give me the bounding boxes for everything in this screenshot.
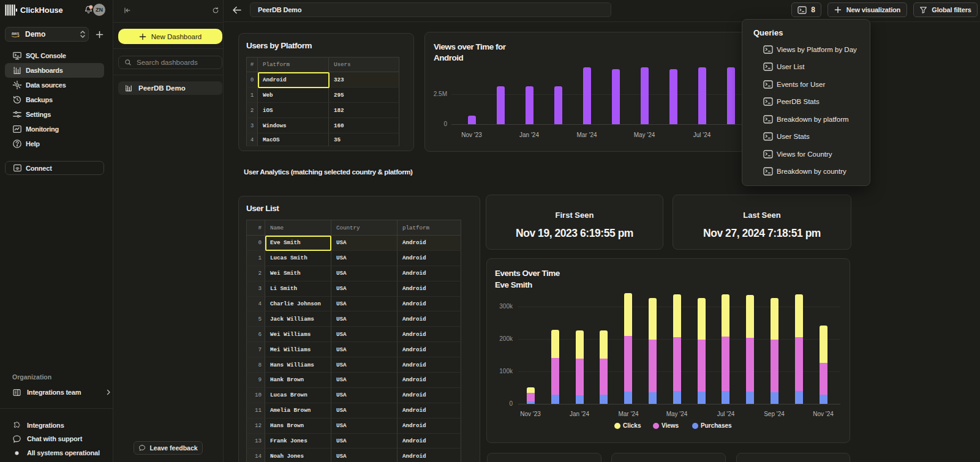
svg-text:aws: aws: [12, 31, 20, 35]
